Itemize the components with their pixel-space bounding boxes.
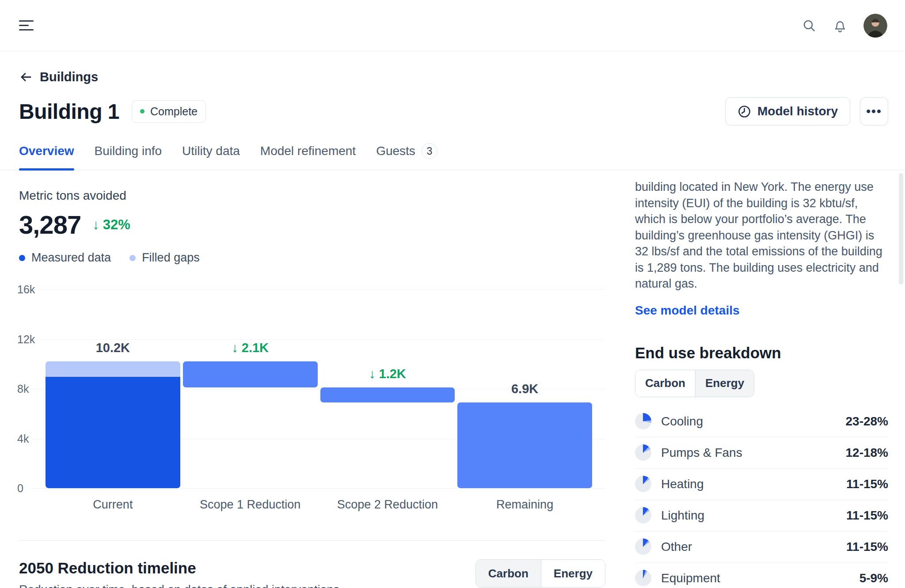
user-avatar[interactable]: [863, 14, 887, 38]
y-axis-tick-label: 12k: [17, 333, 35, 345]
bar-current: 10.2K: [46, 289, 180, 488]
waterfall-chart: 04k8k12k16k10.2K↓ 2.1K↓ 1.2K6.9K Current…: [19, 289, 605, 516]
main-content: Metric tons avoided 3,287 ↓ 32% Measured…: [19, 170, 888, 588]
status-badge-label: Complete: [150, 105, 198, 118]
divider: [19, 540, 605, 541]
end-use-toggle-wrap: CarbonEnergy: [635, 370, 888, 397]
end-use-row-other: Other11-15%: [635, 531, 888, 563]
pie-chart-icon: [635, 444, 651, 461]
see-model-details-link[interactable]: See model details: [635, 303, 888, 318]
model-history-button[interactable]: Model history: [725, 97, 850, 125]
model-history-label: Model history: [757, 104, 838, 118]
end-use-name: Heating: [661, 477, 704, 491]
bar-stack: [183, 361, 318, 387]
metric-value: 3,287: [19, 210, 81, 239]
end-use-row-pumps-fans: Pumps & Fans12-18%: [635, 437, 888, 469]
page-header: Building 1 Complete Model history •••: [19, 97, 888, 125]
tab-count-badge: 3: [422, 143, 437, 159]
menu-icon[interactable]: [19, 17, 34, 34]
end-use-range: 11-15%: [846, 508, 888, 523]
legend-dot-icon: [19, 255, 25, 261]
search-icon[interactable]: [802, 18, 817, 33]
end-use-row-lighting: Lighting11-15%: [635, 500, 888, 531]
reduction-timeline-subtitle: Reduction over time, based on dates of a…: [19, 583, 342, 588]
bar-segment-remaining: [457, 402, 592, 488]
menu-bar: [19, 20, 34, 22]
bar-segment-scope-2-reduction: [320, 387, 455, 402]
topbar: [0, 0, 905, 51]
x-axis-label-scope-2-reduction: Scope 2 Reduction: [320, 498, 455, 512]
metric-row: 3,287 ↓ 32%: [19, 210, 605, 239]
bar-value-label: ↓ 2.1K: [183, 341, 318, 355]
reduction-timeline-header: 2050 Reduction timeline Reduction over t…: [19, 559, 342, 588]
arrow-left-icon: [19, 70, 33, 84]
legend-label: Filled gaps: [142, 251, 200, 265]
toggle-option-carbon[interactable]: Carbon: [635, 370, 695, 397]
scrollbar-thumb[interactable]: [899, 173, 903, 285]
legend-dot-icon: [129, 255, 136, 261]
more-options-button[interactable]: •••: [860, 97, 888, 125]
page-content: Buildings Building 1 Complete Model hist…: [0, 51, 905, 588]
bar-value-label: ↓ 1.2K: [320, 367, 455, 381]
y-axis-tick-label: 16k: [17, 283, 35, 296]
reduction-timeline-title: 2050 Reduction timeline: [19, 559, 342, 577]
tab-building-info[interactable]: Building info: [95, 143, 162, 170]
breadcrumb-back[interactable]: Buildings: [19, 70, 98, 84]
end-use-name: Equipment: [661, 571, 720, 585]
bar-scope-2-reduction: ↓ 1.2K: [320, 289, 455, 488]
breadcrumb-label: Buildings: [40, 70, 98, 84]
pie-chart-icon: [635, 570, 651, 586]
menu-bar: [19, 25, 29, 27]
x-axis-label-current: Current: [46, 498, 180, 512]
menu-bar: [19, 29, 34, 31]
notifications-bell-icon[interactable]: [833, 18, 848, 33]
gridline: [30, 488, 605, 489]
tab-label: Overview: [19, 144, 74, 158]
tab-utility-data[interactable]: Utility data: [182, 143, 240, 170]
end-use-row-equipment: Equipment5-9%: [635, 563, 888, 588]
end-use-row-heating: Heating11-15%: [635, 469, 888, 500]
tab-overview[interactable]: Overview: [19, 143, 74, 170]
clock-icon: [738, 105, 751, 118]
bars-area: 10.2K↓ 2.1K↓ 1.2K6.9K: [46, 289, 592, 488]
bar-scope-1-reduction: ↓ 2.1K: [183, 289, 318, 488]
building-summary-text: building located in New York. The energy…: [635, 179, 888, 292]
toggle-option-carbon[interactable]: Carbon: [476, 560, 541, 587]
legend-item-filled-gaps: Filled gaps: [129, 251, 200, 265]
toggle-option-energy[interactable]: Energy: [541, 560, 605, 587]
chart-plot-area: 04k8k12k16k10.2K↓ 2.1K↓ 1.2K6.9K: [19, 289, 605, 488]
pie-chart-icon: [635, 539, 651, 555]
y-axis-tick-label: 4k: [17, 432, 29, 445]
end-use-list: Cooling23-28%Pumps & Fans12-18%Heating11…: [635, 406, 888, 588]
end-use-row-cooling: Cooling23-28%: [635, 406, 888, 437]
details-panel: building located in New York. The energy…: [635, 179, 888, 588]
tab-guests[interactable]: Guests3: [376, 143, 437, 170]
reduction-timeline-section: 2050 Reduction timeline Reduction over t…: [19, 559, 605, 588]
end-use-breakdown-title: End use breakdown: [635, 344, 888, 362]
metric-delta: ↓ 32%: [92, 217, 130, 233]
page-title: Building 1: [19, 99, 119, 124]
tab-label: Utility data: [182, 144, 240, 158]
end-use-range: 12-18%: [845, 446, 888, 460]
bar-stack: [320, 387, 455, 402]
metric-label: Metric tons avoided: [19, 189, 605, 203]
pie-chart-icon: [635, 476, 651, 492]
end-use-name: Lighting: [661, 508, 704, 523]
tab-model-refinement[interactable]: Model refinement: [260, 143, 356, 170]
toggle-option-energy[interactable]: Energy: [695, 370, 754, 397]
tab-label: Guests: [376, 144, 415, 158]
topbar-actions: [802, 14, 887, 38]
end-use-name: Other: [661, 540, 692, 554]
status-dot-icon: [140, 109, 144, 114]
tab-label: Building info: [95, 144, 162, 158]
end-use-carbon-energy-toggle: CarbonEnergy: [635, 370, 754, 397]
status-badge: Complete: [132, 100, 206, 123]
bar-value-label: 10.2K: [46, 341, 180, 355]
carbon-energy-toggle: CarbonEnergy: [475, 559, 605, 588]
header-actions: Model history •••: [725, 97, 888, 125]
bar-remaining: 6.9K: [457, 289, 592, 488]
end-use-range: 5-9%: [859, 571, 888, 585]
chart-legend: Measured dataFilled gaps: [19, 251, 605, 265]
bar-segment-measured-data: [46, 377, 180, 488]
end-use-range: 11-15%: [846, 477, 888, 491]
